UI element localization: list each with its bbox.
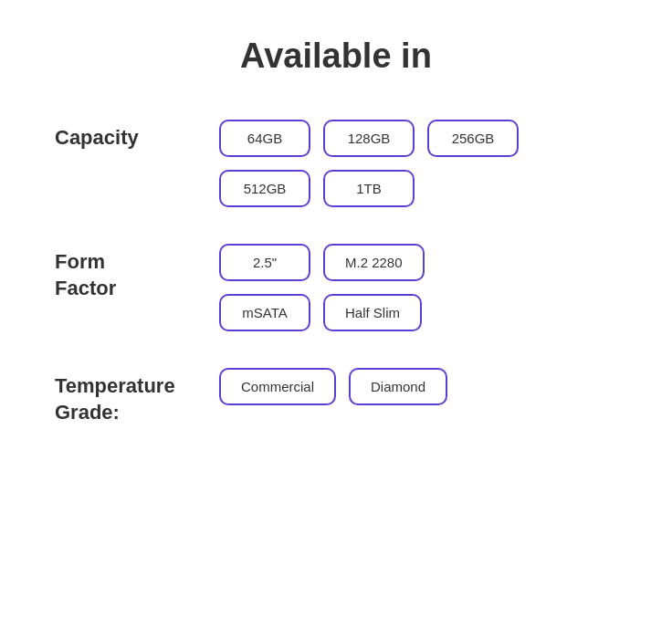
option-badge-form-factor-1-0[interactable]: mSATA bbox=[219, 294, 310, 331]
option-badge-temperature-grade-0-1[interactable]: Diamond bbox=[349, 368, 447, 405]
option-row-capacity-1: 512GB1TB bbox=[219, 170, 617, 207]
options-grid-form-factor: 2.5"M.2 2280mSATAHalf Slim bbox=[219, 244, 617, 331]
option-badge-capacity-1-1[interactable]: 1TB bbox=[323, 170, 415, 207]
option-row-form-factor-1: mSATAHalf Slim bbox=[219, 294, 617, 331]
options-grid-temperature-grade: CommercialDiamond bbox=[219, 368, 617, 405]
option-badge-temperature-grade-0-0[interactable]: Commercial bbox=[219, 368, 336, 405]
option-badge-capacity-0-1[interactable]: 128GB bbox=[323, 120, 415, 157]
sections-wrapper: Capacity64GB128GB256GB512GB1TBForm Facto… bbox=[55, 120, 617, 425]
option-row-capacity-0: 64GB128GB256GB bbox=[219, 120, 617, 157]
main-container: Available in Capacity64GB128GB256GB512GB… bbox=[55, 37, 617, 462]
section-capacity: Capacity64GB128GB256GB512GB1TB bbox=[55, 120, 617, 207]
page-title: Available in bbox=[55, 37, 617, 76]
section-label-capacity: Capacity bbox=[55, 120, 219, 152]
section-label-temperature-grade: Temperature Grade: bbox=[55, 368, 219, 425]
option-badge-capacity-0-2[interactable]: 256GB bbox=[427, 120, 519, 157]
option-badge-capacity-1-0[interactable]: 512GB bbox=[219, 170, 310, 207]
option-badge-form-factor-0-1[interactable]: M.2 2280 bbox=[323, 244, 425, 281]
option-badge-form-factor-1-1[interactable]: Half Slim bbox=[323, 294, 422, 331]
option-row-temperature-grade-0: CommercialDiamond bbox=[219, 368, 617, 405]
section-form-factor: Form Factor2.5"M.2 2280mSATAHalf Slim bbox=[55, 244, 617, 331]
options-grid-capacity: 64GB128GB256GB512GB1TB bbox=[219, 120, 617, 207]
option-badge-capacity-0-0[interactable]: 64GB bbox=[219, 120, 310, 157]
option-row-form-factor-0: 2.5"M.2 2280 bbox=[219, 244, 617, 281]
option-badge-form-factor-0-0[interactable]: 2.5" bbox=[219, 244, 310, 281]
section-temperature-grade: Temperature Grade:CommercialDiamond bbox=[55, 368, 617, 425]
section-label-form-factor: Form Factor bbox=[55, 244, 219, 301]
